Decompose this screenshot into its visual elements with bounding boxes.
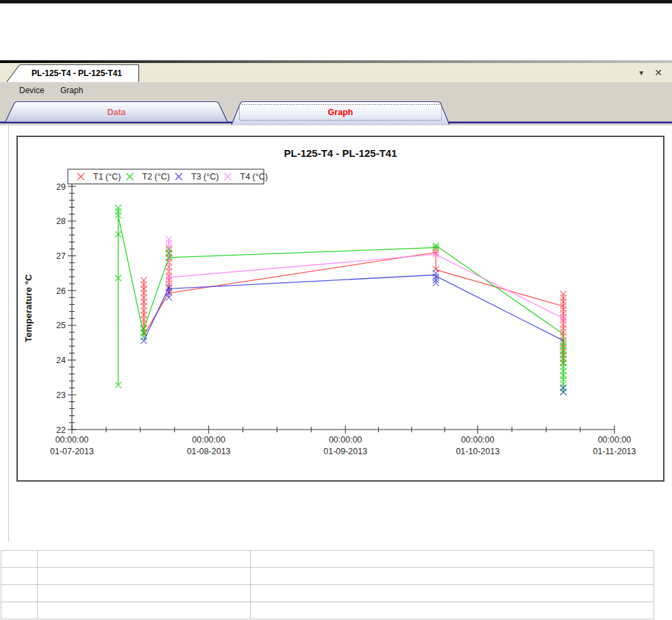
page-tab-bar: Data Graph bbox=[0, 100, 672, 125]
application-window: PL-125-T4 - PL-125-T41 ▼ ✕ Device Graph bbox=[0, 0, 672, 620]
table-cell[interactable] bbox=[1, 551, 38, 568]
temperature-chart: PL-125-T4 - PL-125-T41Temperature °C2223… bbox=[18, 137, 663, 480]
table-cell[interactable] bbox=[38, 585, 251, 602]
x-tick-time-label: 00:00:00 bbox=[55, 435, 89, 445]
top-black-bar bbox=[0, 0, 672, 3]
panel-left-edge bbox=[8, 125, 9, 542]
document-tab-title: PL-125-T4 - PL-125-T41 bbox=[32, 69, 122, 78]
table-row bbox=[1, 585, 654, 602]
table-cell[interactable] bbox=[251, 585, 654, 602]
x-tick-time-label: 00:00:00 bbox=[461, 435, 495, 445]
series-line-T1 bbox=[144, 249, 563, 363]
table-row bbox=[1, 602, 654, 619]
x-tick-date-label: 01-09-2013 bbox=[323, 447, 367, 456]
table-cell[interactable] bbox=[1, 602, 38, 619]
y-tick-label: 26 bbox=[56, 286, 66, 296]
legend-label-T1: T1 (°C) bbox=[93, 172, 121, 182]
chart-title: PL-125-T4 - PL-125-T41 bbox=[284, 147, 397, 159]
x-tick-date-label: 01-10-2013 bbox=[456, 447, 499, 456]
menu-bar: Device Graph bbox=[0, 82, 672, 100]
table-cell[interactable] bbox=[38, 551, 251, 568]
series-markers-T2 bbox=[115, 205, 567, 395]
table-cell[interactable] bbox=[251, 602, 654, 619]
series-line-T3 bbox=[144, 275, 563, 340]
x-tick-date-label: 01-08-2013 bbox=[187, 447, 231, 456]
bottom-table bbox=[1, 550, 654, 619]
tab-data-label[interactable]: Data bbox=[107, 108, 126, 117]
x-tick-time-label: 00:00:00 bbox=[192, 435, 225, 445]
menu-item-device[interactable]: Device bbox=[19, 86, 45, 95]
y-axis-label: Temperature °C bbox=[23, 274, 34, 343]
table-cell[interactable] bbox=[38, 602, 251, 619]
document-tab-strip: PL-125-T4 - PL-125-T41 ▼ ✕ bbox=[0, 63, 672, 82]
y-tick-label: 28 bbox=[56, 216, 66, 226]
table-cell[interactable] bbox=[251, 551, 654, 568]
chart-frame: PL-125-T4 - PL-125-T41Temperature °C2223… bbox=[16, 136, 664, 482]
legend-label-T4: T4 (°C) bbox=[240, 172, 268, 182]
menu-item-graph[interactable]: Graph bbox=[60, 86, 83, 95]
y-tick-label: 24 bbox=[56, 356, 66, 365]
table-cell[interactable] bbox=[251, 568, 654, 585]
document-tab[interactable]: PL-125-T4 - PL-125-T41 bbox=[4, 63, 148, 82]
x-tick-date-label: 01-07-2013 bbox=[50, 447, 94, 456]
legend-label-T3: T3 (°C) bbox=[191, 172, 219, 182]
y-tick-label: 25 bbox=[56, 321, 66, 330]
y-tick-label: 29 bbox=[56, 182, 66, 192]
legend-label-T2: T2 (°C) bbox=[142, 172, 170, 182]
x-tick-time-label: 00:00:00 bbox=[598, 435, 632, 445]
tab-graph-label[interactable]: Graph bbox=[328, 108, 353, 117]
series-line-T2 bbox=[119, 208, 564, 392]
tab-list-dropdown-icon[interactable]: ▼ bbox=[638, 69, 645, 77]
close-icon[interactable]: ✕ bbox=[654, 67, 662, 78]
table-cell[interactable] bbox=[1, 568, 38, 585]
table-row bbox=[1, 551, 654, 568]
y-tick-label: 22 bbox=[56, 425, 66, 435]
series-markers-T1 bbox=[140, 246, 566, 366]
x-tick-time-label: 00:00:00 bbox=[329, 435, 362, 445]
y-tick-label: 23 bbox=[56, 390, 66, 400]
table-cell[interactable] bbox=[38, 568, 251, 585]
table-cell[interactable] bbox=[1, 585, 38, 602]
table-row bbox=[1, 568, 654, 585]
y-tick-label: 27 bbox=[56, 251, 66, 261]
x-tick-date-label: 01-11-2013 bbox=[593, 447, 636, 456]
strip-controls: ▼ ✕ bbox=[638, 66, 662, 79]
